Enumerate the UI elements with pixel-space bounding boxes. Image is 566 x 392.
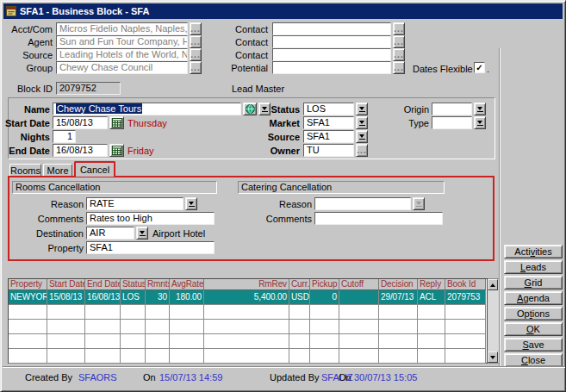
contact1-field[interactable] <box>272 22 391 35</box>
type-field[interactable] <box>432 116 472 129</box>
agenda-button[interactable]: Agenda <box>504 291 563 305</box>
created-on-value: 15/07/13 14:59 <box>159 372 222 383</box>
block-id-label: Block ID <box>6 84 53 95</box>
arrow-up-icon <box>490 283 495 287</box>
destination-label: Destination <box>18 228 84 240</box>
table-row[interactable]: NEWYORK 15/08/13 16/08/13 LOS 30 180.00 … <box>9 290 487 305</box>
table-row-empty[interactable] <box>9 334 487 349</box>
contact2-field[interactable] <box>272 35 391 48</box>
catering-reason-dropdown-button[interactable] <box>413 197 425 210</box>
cancel-property-field[interactable]: SFA1 <box>86 241 215 254</box>
updated-by-label: Updated By <box>270 372 319 383</box>
type-label: Type <box>390 118 429 129</box>
rooms-reason-field[interactable]: RATE <box>86 197 183 210</box>
col-header: Property <box>9 279 47 290</box>
col-header: Reply <box>418 279 445 290</box>
potential-field[interactable] <box>272 61 391 74</box>
leads-button[interactable]: Leads <box>504 260 563 274</box>
save-button[interactable]: Save <box>504 338 563 352</box>
source-dropdown-button[interactable] <box>356 130 368 143</box>
dates-flexible-label: Dates Flexible <box>413 64 470 75</box>
type-dropdown-button[interactable] <box>474 116 486 129</box>
destination-dropdown-button[interactable] <box>136 227 148 240</box>
calendar-icon <box>112 118 122 128</box>
source-field[interactable]: SFA1 <box>303 130 354 143</box>
dates-flexible-suffix: . <box>487 64 492 75</box>
grid-header-row: Property Start Date End Date Status Rmnt… <box>9 279 487 290</box>
dropdown-arrow-icon <box>477 121 482 124</box>
nights-label: Nights <box>6 132 50 143</box>
ok-button[interactable]: OK <box>504 322 563 336</box>
start-day-text: Thursday <box>128 118 167 129</box>
destination-field[interactable]: AIR <box>86 227 134 240</box>
tab-cancel[interactable]: Cancel <box>74 161 115 177</box>
source-account-field[interactable]: Leading Hotels of the World, Naples, <box>56 48 188 61</box>
status-label: Status <box>259 104 300 115</box>
contact2-lookup-button[interactable]: ... <box>393 35 405 48</box>
business-block-window: SFA1 - Business Block - SFA Acct/Com Mic… <box>0 0 566 392</box>
table-row-empty[interactable] <box>9 305 487 320</box>
close-button[interactable]: Close <box>504 353 563 367</box>
contact1-label: Contact <box>218 24 268 35</box>
scroll-down-button[interactable] <box>488 352 498 363</box>
name-field[interactable]: Chewy Chase Tours <box>53 103 241 115</box>
dropdown-arrow-icon <box>359 107 364 110</box>
market-dropdown-button[interactable] <box>356 116 368 129</box>
block-id-field: 2079752 <box>56 82 121 95</box>
source-account-lookup-button[interactable]: ... <box>190 48 202 61</box>
bookings-grid: Property Start Date End Date Status Rmnt… <box>8 278 488 364</box>
table-row-empty[interactable] <box>9 320 487 334</box>
table-row-empty[interactable] <box>9 349 487 364</box>
status-field[interactable]: LOS <box>303 103 354 115</box>
agent-lookup-button[interactable]: ... <box>190 35 202 48</box>
end-date-calendar-button[interactable] <box>109 144 124 157</box>
tab-more[interactable]: More <box>43 164 72 177</box>
footer-divider <box>3 366 565 367</box>
start-date-field[interactable]: 15/08/13 <box>53 116 108 129</box>
cancel-property-label: Property <box>18 243 84 254</box>
acct-com-lookup-button[interactable]: ... <box>190 22 202 35</box>
contact3-lookup-button[interactable]: ... <box>393 48 405 61</box>
end-day-text: Friday <box>128 146 154 157</box>
col-header: End Date <box>85 279 121 290</box>
market-field[interactable]: SFA1 <box>303 116 354 129</box>
owner-field[interactable]: TU <box>303 144 354 157</box>
potential-lookup-button[interactable]: ... <box>393 61 405 74</box>
origin-field[interactable] <box>432 103 472 115</box>
updated-on-label: On <box>339 372 351 383</box>
origin-dropdown-button[interactable] <box>474 103 486 115</box>
owner-label: Owner <box>259 146 300 157</box>
agent-field[interactable]: Sun and Fun Tour Company, Hood Ri <box>56 35 188 48</box>
contact1-lookup-button[interactable]: ... <box>393 22 405 35</box>
status-dropdown-button[interactable] <box>356 103 368 115</box>
dates-flexible-checkbox[interactable]: ✓ <box>474 62 485 73</box>
rooms-cancellation-header: Rooms Cancellation <box>12 181 217 194</box>
arrow-down-icon <box>490 356 495 359</box>
tab-rooms[interactable]: Rooms <box>9 164 41 177</box>
owner-lookup-button[interactable]: ... <box>356 144 368 157</box>
col-header: Start Date <box>47 279 85 290</box>
contact3-field[interactable] <box>272 48 391 61</box>
side-button-column: Activities Leads Grid Agenda Options OK … <box>504 245 563 367</box>
grid-button[interactable]: Grid <box>504 276 563 289</box>
catering-reason-field[interactable] <box>314 197 411 210</box>
scroll-up-button[interactable] <box>488 279 498 290</box>
start-date-calendar-button[interactable] <box>109 116 124 129</box>
rooms-reason-dropdown-button[interactable] <box>185 197 197 210</box>
end-date-field[interactable]: 16/08/13 <box>53 144 108 157</box>
col-header: Decision <box>379 279 418 290</box>
nights-field[interactable]: 1 <box>53 130 76 143</box>
group-lookup-button[interactable]: ... <box>190 61 202 74</box>
updated-on-value: 30/07/13 15:05 <box>354 372 417 383</box>
activities-button[interactable]: Activities <box>504 245 563 258</box>
catering-comments-field[interactable] <box>314 212 443 225</box>
group-label: Group <box>6 63 53 74</box>
group-field[interactable]: Chewy Chase Council <box>56 61 188 74</box>
options-button[interactable]: Options <box>504 307 563 320</box>
name-globe-button[interactable] <box>243 103 257 115</box>
rooms-comments-field[interactable]: Rates too High <box>86 212 215 225</box>
grid-scrollbar[interactable] <box>488 278 500 364</box>
acct-com-field[interactable]: Micros Fidelio Naples, Naples, 239-6 <box>56 22 188 35</box>
globe-icon <box>246 104 255 114</box>
titlebar[interactable]: SFA1 - Business Block - SFA <box>3 3 563 19</box>
